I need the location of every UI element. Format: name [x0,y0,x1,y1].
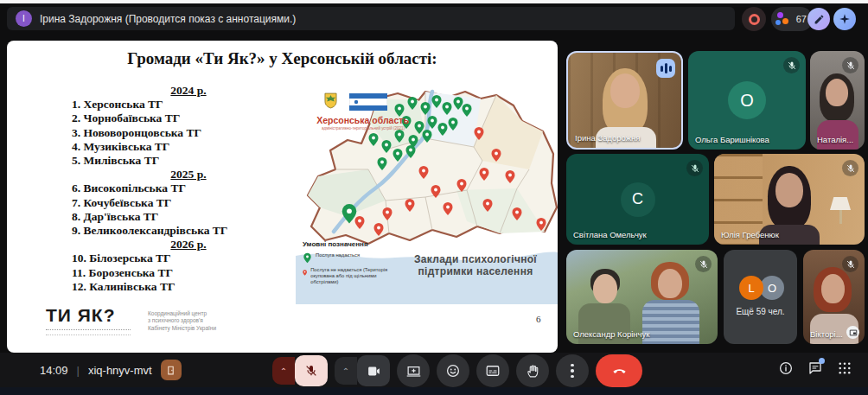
camera-options-chevron[interactable]: ⌃ [335,357,357,385]
red-pin-icon [303,267,307,278]
avatar-initial: С [621,182,655,217]
list-item: 4. Музиківська ТГ [72,140,305,154]
tile-oleksandr-korinchuk[interactable]: Олександр Корінчук [566,250,718,344]
list-item: 8. Дар'ївська ТГ [72,210,305,224]
camera-control-group: ⌃ [335,355,390,386]
recording-indicator-icon[interactable] [742,7,766,31]
map-legend: Умовні позначення Послуга надається Посл… [303,240,393,290]
map-caption: Заклади психологічної підтримки населенн… [401,253,550,277]
top-edge-strip [0,0,868,3]
partner-text: Координаційний центр з психічного здоров… [148,310,256,332]
door-icon[interactable] [161,360,182,380]
clock-time: 14:09 [40,364,68,377]
annotate-pen-icon[interactable] [807,8,830,30]
mic-off-icon [842,256,858,272]
list-item: 2. Чорнобаївська ТГ [72,111,305,125]
year-header-2026: 2026 р. [72,238,305,252]
tile-natalia[interactable]: Наталія... [810,51,865,150]
overflow-count-label: Ещё 59 чел. [724,307,797,316]
slide-title: Громади «Ти Як?» у Херсонській області: [7,49,558,68]
mic-off-icon [686,160,703,176]
list-item: 10. Білозерська ТГ [72,252,305,265]
chat-notification-dot [819,358,825,364]
people-dot-blue [775,20,781,25]
lamp-shade [830,197,851,210]
list-item: 12. Калинівська ТГ [72,280,305,294]
list-item: 11. Борозенська ТГ [72,266,305,280]
lamp-stand [839,210,842,224]
meeting-details-button[interactable] [778,360,794,379]
meet-bottom-bar: 14:09 | xiq-hnyv-mvt ⌃ ⌃ [0,353,868,387]
legend-title: Умовні позначення [303,240,393,248]
avatar-initial: О [728,81,766,119]
meeting-code: xiq-hnyv-mvt [88,364,152,377]
people-dot-orange [782,18,788,24]
chat-button[interactable] [807,360,823,379]
camera-button[interactable] [357,355,390,386]
people-dot-purple [777,12,783,18]
participant-name: Наталія... [817,135,853,144]
tile-svitlana-omelchuk[interactable]: С Світлана Омельчук [566,154,709,245]
end-call-button[interactable] [596,354,642,387]
logo-tagline-placeholder [46,329,131,335]
kherson-emblem-icon [324,92,337,109]
panel-buttons [778,353,852,387]
overflow-avatar-2: О [760,276,784,300]
bottom-edge-strip [0,387,868,395]
activities-button[interactable] [837,360,852,379]
participant-name: Олександр Корінчук [573,329,649,339]
list-item: 7. Кочубеївська ТГ [72,196,305,210]
captions-button[interactable] [476,354,509,387]
kherson-flag-icon [349,93,387,111]
participant-name: Ольга Баришнікова [695,135,769,144]
raise-hand-button[interactable] [516,354,549,387]
community-list: 2024 р. 1. Херсонська ТГ 2. Чорнобаївськ… [72,84,305,294]
meet-window: І Ірина Задорожня (Проводится показ с ан… [0,0,868,395]
year-header-2024: 2024 р. [72,84,305,98]
participant-name: Юлія Гребенюк [721,230,779,239]
tile-more-participants[interactable]: L О Ещё 59 чел. [724,250,797,344]
mic-off-icon [842,160,858,176]
map-region-subtitle: адміністративно-територіальний устрій (2… [303,126,424,131]
more-options-button[interactable] [556,354,589,387]
list-item: 5. Милівська ТГ [72,154,305,168]
legend-label-available: Послуга надається [316,252,360,258]
mic-off-icon [783,57,800,73]
participants-count-button[interactable]: 67 [771,7,813,31]
kherson-oblast-map: Херсонська область адміністративно-терит… [296,86,558,304]
tile-iryna-zadorozhnia[interactable]: Ірина Задорожня [566,51,683,150]
slide-page-number: 6 [536,314,541,324]
mic-options-chevron[interactable]: ⌃ [272,357,295,385]
green-pin-icon [303,252,312,264]
record-ring [749,14,760,25]
call-controls: ⌃ ⌃ [272,354,642,388]
picture-in-picture-icon[interactable] [846,326,859,339]
year-header-2025: 2025 р. [72,168,305,182]
tile-yuliia-hrebeniuk[interactable]: Юлія Гребенюк [714,154,865,245]
sparkle-assistant-icon[interactable] [833,8,856,30]
presenter-banner-text: Ірина Задорожня (Проводится показ с анно… [40,13,296,25]
overflow-avatar-1: L [739,276,763,300]
mic-off-icon [842,57,858,73]
map-region-title: Херсонська область [296,115,430,125]
legend-label-unavailable: Послуга не надається (Територія окупован… [310,267,393,286]
mic-off-icon [695,256,712,272]
list-item: 3. Нововоронцовська ТГ [72,126,305,140]
mic-control-group: ⌃ [272,355,328,386]
mic-mute-button[interactable] [295,355,328,386]
presenter-avatar: І [16,10,32,27]
participant-count: 67 [796,14,807,24]
list-item: 9. Великоолександрівська ТГ [72,224,305,238]
separator: | [77,364,80,377]
participant-name: Ірина Задорожня [575,133,640,143]
list-item: 1. Херсонська ТГ [72,98,305,111]
participant-name: Вікторі... [810,329,843,339]
presenter-banner: І Ірина Задорожня (Проводится показ с ан… [7,7,735,30]
tile-viktoriia[interactable]: Вікторі... [803,250,865,344]
reactions-button[interactable] [437,354,469,387]
participant-name: Світлана Омельчук [573,230,647,239]
shared-presentation-slide: Громади «Ти Як?» у Херсонській області: … [7,41,558,353]
tile-olha-baryshnikova[interactable]: О Ольга Баришнікова [688,51,806,150]
present-screen-button[interactable] [397,354,430,387]
three-dots-icon [571,364,574,379]
